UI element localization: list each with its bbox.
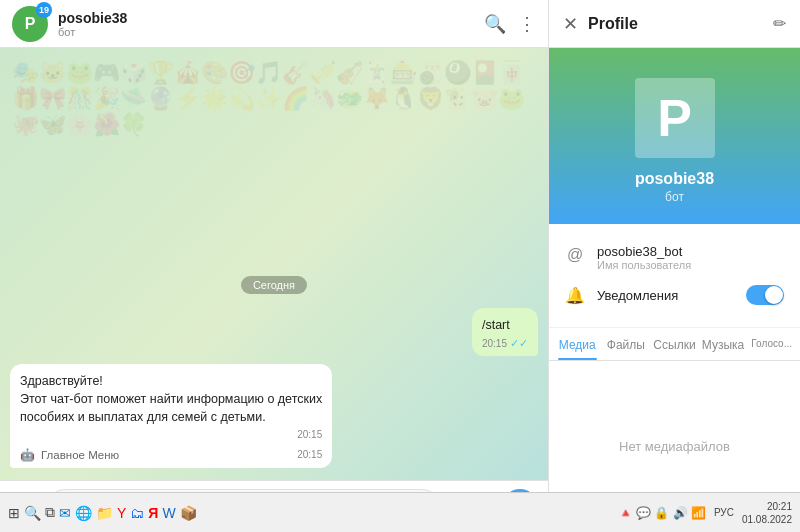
header-info: posobie38 бот	[58, 10, 484, 38]
app-icon[interactable]: 📦	[180, 505, 197, 521]
bell-icon: 🔔	[565, 286, 585, 305]
taskbar-date: 01.08.2022	[742, 513, 792, 526]
messages-area: Сегодня /start 20:15 ✓✓ Здравствуйте!Это…	[0, 48, 548, 480]
chat-header: P 19 posobie38 бот 🔍 ⋮	[0, 0, 548, 48]
chat-name: posobie38	[58, 10, 484, 26]
taskbar: ⊞ 🔍 ⧉ ✉ 🌐 📁 Y 🗂 Я W 📦 🔺 💬 🔒 🔊 📶 РУС 20:2…	[0, 492, 800, 532]
avatar-letter: P	[25, 15, 36, 33]
taskbar-lang: РУС	[714, 507, 734, 518]
username-value: posobie38_bot	[597, 244, 691, 259]
mail-icon[interactable]: ✉	[59, 505, 71, 521]
chat-panel: P 19 posobie38 бот 🔍 ⋮ 🎭🐱🐸🎮🎲🏆🎪🎨🎯🎵🎸🎺🎻🃏🎰🎳🎱…	[0, 0, 548, 532]
edge-icon[interactable]: 🌐	[75, 505, 92, 521]
profile-title: Profile	[588, 15, 763, 33]
taskbar-time-date: 20:21 01.08.2022	[742, 500, 792, 526]
bot-icon: 🤖	[20, 447, 35, 464]
profile-header: ✕ Profile ✏	[549, 0, 800, 48]
username-content: posobie38_bot Имя пользователя	[597, 244, 691, 271]
media-tabs: Медиа Файлы Ссылки Музыка Голосо...	[549, 328, 800, 361]
message-row-in: Здравствуйте!Этот чат-бот поможет найти …	[10, 364, 538, 468]
profile-avatar: P	[635, 78, 715, 158]
msg-ticks-out: ✓✓	[510, 336, 528, 352]
chat-avatar[interactable]: P 19	[12, 6, 48, 42]
tab-music[interactable]: Музыка	[699, 328, 748, 360]
dropbox-icon[interactable]: 🗂	[130, 505, 144, 521]
notifications-label: Уведомления	[597, 288, 734, 303]
at-icon: @	[565, 246, 585, 264]
msg-meta-in: 20:15	[20, 428, 322, 443]
notifications-row: 🔔 Уведомления	[565, 277, 784, 313]
header-icons: 🔍 ⋮	[484, 13, 536, 35]
search-icon[interactable]: 🔍	[484, 13, 506, 35]
yandex2-icon[interactable]: Я	[148, 505, 158, 521]
taskbar-icons: ⊞ 🔍 ⧉ ✉ 🌐 📁 Y 🗂 Я W 📦	[8, 504, 197, 521]
profile-name: posobie38	[635, 170, 714, 188]
tab-voice[interactable]: Голосо...	[747, 328, 796, 360]
tab-files[interactable]: Файлы	[602, 328, 651, 360]
username-label: Имя пользователя	[597, 259, 691, 271]
taskbar-time: 20:21	[742, 500, 792, 513]
chat-subtitle: бот	[58, 26, 484, 38]
message-row-out: /start 20:15 ✓✓	[10, 308, 538, 356]
close-button[interactable]: ✕	[563, 13, 578, 35]
profile-info-section: @ posobie38_bot Имя пользователя 🔔 Уведо…	[549, 224, 800, 328]
more-icon[interactable]: ⋮	[518, 13, 536, 35]
word-icon[interactable]: W	[162, 505, 175, 521]
message-bubble-out: /start 20:15 ✓✓	[472, 308, 538, 356]
bot-time: 20:15	[297, 448, 322, 463]
msg-meta-out: 20:15 ✓✓	[482, 336, 528, 352]
date-badge: Сегодня	[241, 276, 307, 294]
bot-button[interactable]: 🤖 Главное Меню 20:15	[20, 447, 322, 464]
system-tray-icons: 🔺 💬 🔒 🔊 📶	[618, 506, 706, 520]
profile-avatar-letter: P	[657, 88, 692, 148]
unread-badge: 19	[36, 2, 52, 18]
tab-media[interactable]: Медиа	[553, 328, 602, 360]
folder-icon[interactable]: 📁	[96, 505, 113, 521]
profile-bot-status: бот	[665, 190, 684, 204]
chat-background: 🎭🐱🐸🎮🎲🏆🎪🎨🎯🎵🎸🎺🎻🃏🎰🎳🎱🎴🀄🎁🎀🎊🎉🛸🔮⚡🌟💫✨🌈🦄🐲🦊🐧🦁🐮🐷🐸🐙🦋…	[0, 48, 548, 480]
bot-button-label: Главное Меню	[41, 447, 119, 464]
profile-avatar-section: P posobie38 бот	[549, 48, 800, 224]
yandex-icon[interactable]: Y	[117, 505, 126, 521]
media-empty-label: Нет медиафайлов	[619, 439, 730, 454]
username-row: @ posobie38_bot Имя пользователя	[565, 238, 784, 277]
message-bubble-in: Здравствуйте!Этот чат-бот поможет найти …	[10, 364, 332, 468]
toggle-knob	[765, 286, 783, 304]
edit-button[interactable]: ✏	[773, 14, 786, 33]
tab-links[interactable]: Ссылки	[650, 328, 699, 360]
msg-time-out: 20:15	[482, 337, 507, 352]
profile-panel: ✕ Profile ✏ P posobie38 бот @ posobie38_…	[548, 0, 800, 532]
msg-time-in: 20:15	[297, 428, 322, 443]
msg-text-in: Здравствуйте!Этот чат-бот поможет найти …	[20, 372, 322, 426]
notifications-toggle[interactable]	[746, 285, 784, 305]
start-icon[interactable]: ⊞	[8, 505, 20, 521]
taskview-icon[interactable]: ⧉	[45, 504, 55, 521]
search-taskbar-icon[interactable]: 🔍	[24, 505, 41, 521]
taskbar-right: 🔺 💬 🔒 🔊 📶 РУС 20:21 01.08.2022	[618, 500, 792, 526]
date-divider: Сегодня	[10, 276, 538, 294]
msg-text-out: /start	[482, 316, 528, 334]
